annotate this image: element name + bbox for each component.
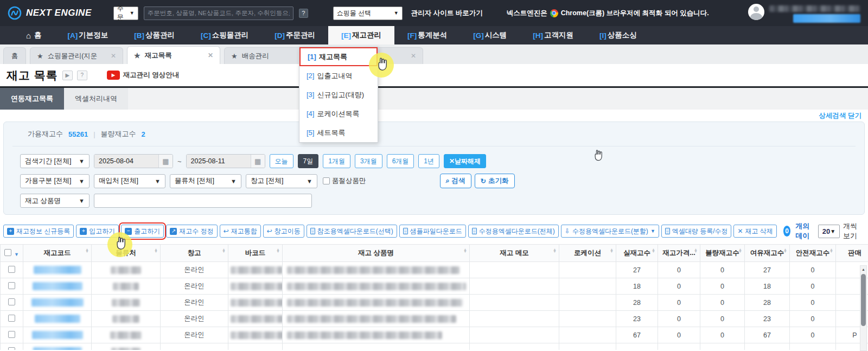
next-engine-logo[interactable]: NEXT ENGINE <box>8 6 92 20</box>
tab-mall-mgmt[interactable]: ★ 쇼핑몰관리(지운 ✕ <box>30 47 123 64</box>
row-checkbox[interactable] <box>8 347 15 350</box>
tab-home[interactable]: 홈 <box>3 47 26 64</box>
stock-code-blurred[interactable] <box>31 298 84 307</box>
chevron-down-icon[interactable]: ▼ <box>14 252 19 257</box>
row-checkbox[interactable] <box>8 298 15 305</box>
adjust-stock-button[interactable]: ↗ 재고수 정정 <box>166 225 217 238</box>
user-account-area[interactable] <box>748 4 860 23</box>
warehouse-move-button[interactable]: ↩ 창고이동 <box>263 225 304 238</box>
col-actual-qty[interactable]: 실재고수▲▼ <box>616 245 658 262</box>
sort-icon[interactable]: ▲▼ <box>154 248 158 253</box>
stock-code-blurred[interactable] <box>33 347 82 350</box>
menu-item-inout-history[interactable]: [2] 입출고내역 <box>299 66 378 85</box>
col-stock-code[interactable]: 재고코드▲▼ <box>23 245 92 262</box>
subtab-excel-history[interactable]: 엑셀처리내역 <box>64 88 128 110</box>
excel-bulk-register-button[interactable]: 엑셀대량 등록/수정 <box>661 225 732 238</box>
quick-6months-button[interactable]: 6개월 <box>387 154 414 168</box>
nav-system[interactable]: [G]시스템 <box>460 26 520 44</box>
nav-inventory-mgmt[interactable]: [E]재고관리 <box>328 26 394 44</box>
col-stock-price[interactable]: 재고가격...▲▼ <box>658 245 700 262</box>
row-checkbox[interactable] <box>8 282 15 289</box>
quick-7days-button[interactable]: 7일 <box>298 154 319 168</box>
col-memo[interactable]: 재고 메모▲▼ <box>470 245 559 262</box>
col-spare-qty[interactable]: 여유재고수▲▼ <box>745 245 790 262</box>
quick-1year-button[interactable]: 1년 <box>418 154 439 168</box>
nav-customer-support[interactable]: [H]고객지원 <box>520 26 586 44</box>
sort-icon[interactable]: ▲▼ <box>85 248 89 253</box>
sort-icon[interactable]: ▲▼ <box>829 248 833 253</box>
play-help-icon[interactable]: ▶ <box>62 71 73 80</box>
soldout-checkbox[interactable] <box>323 177 330 184</box>
nav-statistics[interactable]: [F]통계분석 <box>394 26 460 44</box>
quick-today-button[interactable]: 오늘 <box>270 154 293 168</box>
search-help-icon[interactable]: ? <box>299 9 308 18</box>
nav-product-mgmt[interactable]: [B]상품관리 <box>121 26 188 44</box>
scroll-up-icon[interactable]: ▲ <box>860 266 866 273</box>
close-icon[interactable]: ✕ <box>111 52 116 60</box>
sort-icon[interactable]: ▲▼ <box>783 248 787 253</box>
edit-excel-download-split-button[interactable]: ⇩ 수정용엑셀다운로드(분할) ▼ <box>561 225 659 238</box>
delete-stock-button[interactable]: ✕ 재고 삭제 <box>733 225 776 238</box>
register-stock-button[interactable]: + 재고정보 신규등록 <box>3 225 74 238</box>
user-action-button-blurred[interactable] <box>793 14 860 23</box>
calendar-icon[interactable]: ▦ <box>251 155 265 168</box>
menu-item-set-list[interactable]: [5] 세트목록 <box>299 123 378 142</box>
table-scrollbar[interactable]: ▲ <box>860 265 867 351</box>
col-sale[interactable]: 판매 <box>836 245 868 262</box>
sample-file-download-button[interactable]: 샘플파일다운로드 <box>399 225 466 238</box>
col-warehouse[interactable]: 창고▲▼ <box>161 245 228 262</box>
merge-stock-button[interactable]: ↩ 재고통합 <box>220 225 261 238</box>
menu-item-new-stockin-bulk[interactable]: [3] 신규입고(대량) <box>299 85 378 104</box>
date-from-input[interactable] <box>94 155 158 168</box>
col-product-name[interactable]: 재고 상품명▲▼ <box>283 245 470 262</box>
star-icon[interactable]: ★ <box>134 52 141 60</box>
page-size-select[interactable]: 20 ▼ <box>818 225 840 238</box>
video-guide-link[interactable]: ▶ 재고관리 영상안내 <box>107 71 179 80</box>
select-all-checkbox[interactable] <box>4 249 11 256</box>
close-icon[interactable]: ✕ <box>411 52 416 60</box>
subtab-linked-inventory[interactable]: 연동재고목록 <box>0 88 64 110</box>
nav-order-mgmt[interactable]: [D]주문관리 <box>261 26 328 44</box>
admin-site-link[interactable]: 관리자 사이트 바로가기 <box>411 9 483 18</box>
product-field-select[interactable]: 재고 상품명 ▼ <box>20 194 90 208</box>
nav-product-sourcing[interactable]: [I]상품소싱 <box>586 26 650 44</box>
soldout-only-checkbox-group[interactable]: 품절상품만 <box>323 176 366 186</box>
search-scope-select[interactable]: 주문 ▼ <box>113 7 138 20</box>
availability-select[interactable]: 가용구분 [전체] ▼ <box>20 174 90 188</box>
row-checkbox[interactable] <box>8 331 15 338</box>
stock-code-blurred[interactable] <box>35 315 80 323</box>
sort-icon[interactable]: ▲▼ <box>222 248 226 253</box>
quick-3months-button[interactable]: 3개월 <box>355 154 382 168</box>
star-icon[interactable]: ★ <box>37 52 43 60</box>
sort-icon[interactable]: ▲▼ <box>652 248 655 253</box>
mall-select[interactable]: 쇼핑몰 선택 ▼ <box>333 7 403 20</box>
row-checkbox[interactable] <box>8 266 15 273</box>
reference-excel-download-button[interactable]: 참조용엑셀다운로드(선택) <box>307 225 397 238</box>
col-defective-qty[interactable]: 불량재고수▲▼ <box>700 245 745 262</box>
quick-1month-button[interactable]: 1개월 <box>323 154 350 168</box>
detail-search-close-link[interactable]: 상세검색 닫기 <box>819 111 861 120</box>
global-search-input[interactable] <box>144 7 293 20</box>
calendar-icon[interactable]: ▦ <box>158 155 173 168</box>
sort-icon[interactable]: ▲▼ <box>738 248 742 253</box>
period-select[interactable]: 검색기간 [전체] ▼ <box>20 154 90 168</box>
search-button[interactable]: ⌕ 검색 <box>440 174 471 188</box>
tab-inventory-list[interactable]: ★ 재고목록 ✕ <box>127 46 220 64</box>
scrollbar-thumb[interactable] <box>861 274 866 326</box>
reset-button[interactable]: ↻ 초기화 <box>475 174 515 188</box>
stock-code-blurred[interactable] <box>32 331 83 339</box>
sort-icon[interactable]: ▲▼ <box>463 248 467 253</box>
logistics-select[interactable]: 물류처 [전체] ▼ <box>170 174 241 188</box>
sort-icon[interactable]: ▲▼ <box>610 248 614 253</box>
sort-icon[interactable]: ▲▼ <box>553 248 557 253</box>
col-barcode[interactable]: 바코드▲▼ <box>228 245 283 262</box>
row-checkbox[interactable] <box>8 315 15 322</box>
edit-excel-download-all-button[interactable]: 수정용엑셀다운로드(전체) <box>468 225 559 238</box>
supplier-select[interactable]: 매입처 [전체] ▼ <box>94 174 165 188</box>
warehouse-select[interactable]: 창고 [전체] ▼ <box>246 174 317 188</box>
menu-item-inventory-list[interactable]: [1] 재고목록 <box>299 47 378 66</box>
nav-mall-mgmt[interactable]: [C]쇼핑몰관리 <box>188 26 261 44</box>
help-icon[interactable]: ? <box>77 71 87 80</box>
sort-icon[interactable]: ▲▼ <box>276 248 280 253</box>
select-all-header[interactable]: ▼ <box>1 245 23 262</box>
